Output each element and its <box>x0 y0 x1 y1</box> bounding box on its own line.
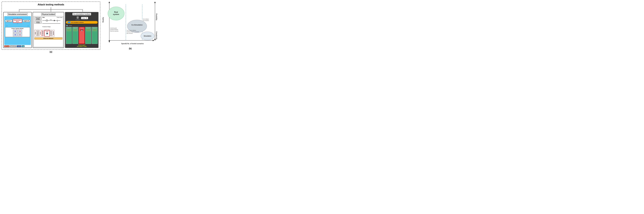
matlab-logo: MATLAB <box>4 46 10 47</box>
ps-cell-3 <box>13 33 17 36</box>
vnode-agent: Virtual 💻 <box>79 27 85 44</box>
svg-text:Real-time operation: Real-time operation <box>110 30 118 32</box>
vnode-3: ModbusTCP <box>85 27 91 44</box>
ps-title: Power System Model <box>12 28 24 29</box>
vnode-4: ModbusTCP <box>92 27 98 44</box>
tree-svg <box>3 7 98 12</box>
sim-panel-title: Simulation environment <box>7 13 28 16</box>
ps-cell-2 <box>18 30 22 33</box>
vnode-2: ModbusTCP <box>72 27 78 44</box>
figure-a: Attack testing methods Simulation enviro… <box>2 2 100 53</box>
c37-box: C37/118 <box>40 30 42 36</box>
etap-logo: etap <box>22 46 24 47</box>
tree-connector <box>3 7 98 12</box>
physical-panel: Physical testbed RenewableEnergyEmulator… <box>33 12 64 48</box>
cosim-inner: 🖥 computers Linux 🐧 ns-3 ns3 emulated ne… <box>66 16 98 47</box>
svg-text:PMU: PMU <box>50 19 52 20</box>
agent-a-box: Agent A <box>5 20 12 22</box>
svg-text:Reality: Reality <box>102 17 104 22</box>
ps-cell-1 <box>13 30 17 33</box>
svg-marker-16 <box>154 2 156 3</box>
svg-marker-14 <box>108 2 110 3</box>
svg-point-8 <box>54 20 55 21</box>
svg-text:Flexibility: Flexibility <box>156 14 157 20</box>
cosim-panel: Co-simulation testbed 🖥 computers Linux … <box>65 12 98 48</box>
sim-logos: MATLAB DIgSILENT PSS®E etap <box>4 46 31 47</box>
chart-area: Reality Speed& No. of tested scenarios F… <box>102 2 159 46</box>
svg-marker-13 <box>153 40 154 41</box>
agent-row: Agent A ↔ Manipulation block ↔ Agent B <box>5 17 30 24</box>
cosim-title: Co-simulation testbed <box>72 13 91 15</box>
ns3-label: ns3 emulated network <box>71 22 84 23</box>
svg-text:Industrial-grade: Industrial-grade <box>110 28 117 29</box>
phys-top: RenewableEnergyEmulators EnergyStorage P… <box>34 17 62 29</box>
svg-text:Two or more softwires: Two or more softwires <box>126 30 136 31</box>
chart-svg: Reality Speed& No. of tested scenarios F… <box>102 2 159 46</box>
vertical-labels: RS232 RS485/Modbus C37/118 IEC 61850/DNP… <box>34 30 62 36</box>
renewable-label: RenewableEnergyEmulators <box>35 17 41 20</box>
linux-label: Linux <box>82 17 85 19</box>
svg-text:system: system <box>113 13 119 16</box>
agent-b-box: Agent B <box>23 20 30 22</box>
figure-b-caption: (b) <box>129 47 132 50</box>
ps-grid <box>13 30 22 36</box>
figure-a-caption: (a) <box>50 50 52 53</box>
rs485-modbus-box: RS485/Modbus <box>37 30 39 36</box>
ns3-tube: ns-3 ns3 emulated network <box>66 21 98 24</box>
phys-inner: RenewableEnergyEmulators EnergyStorage P… <box>34 16 63 47</box>
svg-marker-17 <box>154 39 156 41</box>
updown-arrows: ↕↕ <box>5 25 30 27</box>
renewable-box: RenewableEnergyEmulators <box>34 17 42 20</box>
virtual-agent-label: Virtual agent(Container node) <box>66 44 98 47</box>
svg-text:Speed& No. of tested scenarios: Speed& No. of tested scenarios <box>121 43 144 44</box>
svg-text:Near real-time: Near real-time <box>126 33 133 34</box>
svg-text:Co-Simulation: Co-Simulation <box>132 24 143 26</box>
docker-icon: 🐳 <box>66 24 68 26</box>
svg-text:hardware/software: hardware/software <box>110 29 118 30</box>
manipulation-block: Manipulation block <box>13 19 22 23</box>
ns3-logo: ns-3 <box>68 22 70 23</box>
psse-logo: PSS®E <box>16 46 21 47</box>
protection-relays-label: Protection Relays <box>42 26 62 27</box>
svg-text:Complexity: Complexity <box>156 32 157 40</box>
energy-storage-label: EnergyStorage <box>35 22 41 23</box>
svg-text:Non real-time: Non real-time <box>143 20 149 21</box>
cosim-top: 🖥 computers Linux 🐧 <box>66 16 98 20</box>
equip-column: RenewableEnergyEmulators EnergyStorage <box>34 17 42 24</box>
pmu-label-1: PMU <box>42 17 45 18</box>
iec2-box: IEC 61850/DNP3 <box>50 30 52 36</box>
phys-panel-title: Physical testbed <box>41 13 56 16</box>
power-system-box: Power System Model <box>5 27 30 37</box>
three-panels: Simulation environment Agent A ↔ Manipul… <box>3 12 98 48</box>
simulation-panel: Simulation environment Agent A ↔ Manipul… <box>3 12 32 48</box>
zigbee-box: ZigBee/WiFi <box>52 30 54 36</box>
linux-icon: 🐧 <box>86 17 87 19</box>
figure-b: Reality Speed& No. of tested scenarios F… <box>102 2 159 50</box>
monitors: 🖥 computers <box>76 16 80 20</box>
sim-blue-area: Agent A ↔ Manipulation block ↔ Agent B ↕… <box>4 16 31 45</box>
smartmeter-label-1: Smart meter <box>56 17 62 18</box>
ethernet-bar: Ethernet Network <box>34 37 62 40</box>
energy-storage-box: EnergyStorage <box>34 21 42 24</box>
attack-title-row: Attack testing methods <box>3 3 98 7</box>
rs232-box: RS232 <box>34 30 36 36</box>
real-agent-label: Real agent (PC) <box>45 30 49 32</box>
linux-badge: Linux 🐧 <box>81 17 88 19</box>
docker-label: docker <box>69 25 72 26</box>
wiring-svg: PMU <box>42 18 62 26</box>
docker-row: 🐳 docker <box>66 24 98 26</box>
attack-title: Attack testing methods <box>37 3 65 6</box>
svg-text:Simulation: Simulation <box>144 35 151 37</box>
real-agent-box: Real agent (PC) 💻 <box>44 30 50 36</box>
digsilent-logo: DIgSILENT <box>10 46 16 47</box>
wiring-area: PMU Smart meter PMU Prot <box>42 17 62 29</box>
virtual-nodes: ModbusTCP ModbusTCP Virtual 💻 Modbu <box>66 27 98 44</box>
vnode-1: ModbusTCP <box>66 27 72 44</box>
svg-text:Real: Real <box>114 11 118 13</box>
ps-cell-4 <box>18 33 22 36</box>
svg-text:Hardware may be connected: Hardware may be connected <box>126 31 139 32</box>
iec1-box: IEC 61850/DNP3 <box>42 30 44 36</box>
svg-text:One software: One software <box>143 18 149 20</box>
figure-a-dashed-container: Attack testing methods Simulation enviro… <box>2 2 100 50</box>
